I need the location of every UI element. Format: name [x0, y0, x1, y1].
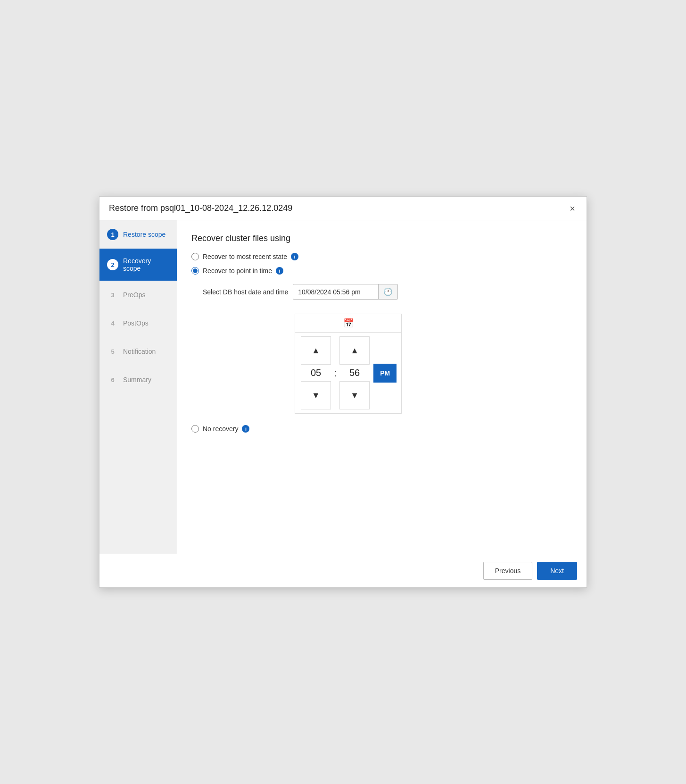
radio-point-in-time[interactable] — [191, 267, 199, 275]
datetime-row: Select DB host date and time 🕐 — [203, 284, 572, 300]
radio-row-most-recent: Recover to most recent state i — [191, 253, 572, 260]
dialog-title: Restore from psql01_10-08-2024_12.26.12.… — [109, 203, 292, 213]
dialog-header: Restore from psql01_10-08-2024_12.26.12.… — [99, 197, 587, 220]
time-picker-container: 📅 ▲ 05 ▼ : — [283, 309, 572, 414]
sidebar-label-recovery-scope: Recovery scope — [123, 257, 169, 272]
dialog-footer: Previous Next — [99, 554, 587, 587]
next-button[interactable]: Next — [537, 562, 577, 580]
radio-label-point-in-time: Recover to point in time — [203, 267, 272, 275]
calendar-button[interactable]: 📅 — [343, 318, 354, 328]
main-content: Recover cluster files using Recover to m… — [177, 220, 587, 554]
time-picker-inner: ▲ 05 ▼ : ▲ 56 ▼ — [295, 333, 401, 413]
sidebar-item-recovery-scope[interactable]: 2 Recovery scope — [99, 249, 177, 281]
info-icon-most-recent[interactable]: i — [291, 253, 298, 260]
info-icon-point-in-time[interactable]: i — [276, 267, 283, 275]
hours-column: ▲ 05 ▼ — [300, 335, 332, 410]
sidebar-label-preops: PreOps — [123, 291, 145, 299]
sidebar-label-summary: Summary — [123, 376, 151, 384]
radio-no-recovery[interactable] — [191, 425, 199, 433]
hours-value: 05 — [301, 366, 331, 380]
sidebar-item-postops[interactable]: 4 PostOps — [99, 309, 177, 337]
radio-label-no-recovery: No recovery — [203, 425, 238, 433]
dialog-body: 1 Restore scope 2 Recovery scope 3 PreOp… — [99, 220, 587, 554]
step-num-2: 2 — [107, 259, 118, 270]
sidebar-label-restore-scope: Restore scope — [123, 231, 165, 238]
info-icon-no-recovery[interactable]: i — [242, 425, 249, 433]
ampm-button[interactable]: PM — [373, 364, 397, 383]
close-button[interactable]: × — [568, 204, 577, 213]
section-title: Recover cluster files using — [191, 234, 572, 243]
hours-down-button[interactable]: ▼ — [301, 381, 331, 409]
datetime-input[interactable] — [293, 285, 378, 299]
previous-button[interactable]: Previous — [483, 562, 532, 580]
step-num-4: 4 — [107, 317, 118, 329]
time-separator: : — [332, 367, 339, 379]
sidebar: 1 Restore scope 2 Recovery scope 3 PreOp… — [99, 220, 177, 554]
step-num-3: 3 — [107, 289, 118, 300]
sidebar-item-preops[interactable]: 3 PreOps — [99, 281, 177, 309]
sidebar-item-summary[interactable]: 6 Summary — [99, 366, 177, 394]
step-num-6: 6 — [107, 374, 118, 385]
radio-group: Recover to most recent state i Recover t… — [191, 253, 572, 433]
step-num-1: 1 — [107, 229, 118, 240]
minutes-column: ▲ 56 ▼ — [339, 335, 371, 410]
radio-row-no-recovery: No recovery i — [191, 425, 572, 433]
minutes-value: 56 — [339, 366, 370, 380]
minutes-up-button[interactable]: ▲ — [339, 336, 370, 365]
sidebar-item-notification[interactable]: 5 Notification — [99, 337, 177, 366]
step-num-5: 5 — [107, 346, 118, 357]
clock-button[interactable]: 🕐 — [378, 284, 397, 299]
hours-up-button[interactable]: ▲ — [301, 336, 331, 365]
calendar-row: 📅 — [295, 314, 401, 333]
radio-most-recent[interactable] — [191, 253, 199, 260]
sidebar-item-restore-scope[interactable]: 1 Restore scope — [99, 220, 177, 249]
minutes-down-button[interactable]: ▼ — [339, 381, 370, 409]
sidebar-label-notification: Notification — [123, 348, 156, 355]
radio-label-most-recent: Recover to most recent state — [203, 253, 287, 260]
restore-dialog: Restore from psql01_10-08-2024_12.26.12.… — [99, 196, 587, 588]
datetime-label: Select DB host date and time — [203, 288, 288, 296]
radio-row-point-in-time: Recover to point in time i — [191, 267, 572, 275]
sidebar-label-postops: PostOps — [123, 319, 149, 327]
time-picker: 📅 ▲ 05 ▼ : — [295, 314, 402, 414]
datetime-input-wrapper: 🕐 — [293, 284, 398, 300]
